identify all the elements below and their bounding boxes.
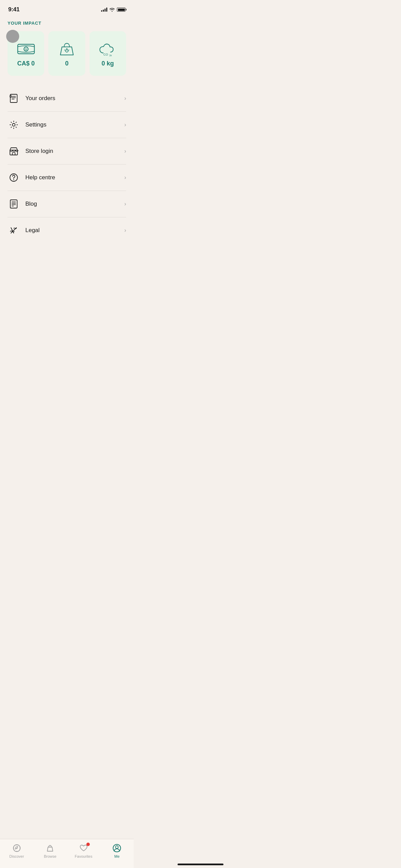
svg-rect-9 — [10, 95, 11, 97]
co2-value: 0 kg — [101, 60, 114, 67]
svg-rect-12 — [12, 153, 15, 155]
avatar — [6, 30, 19, 43]
svg-text:CO: CO — [104, 52, 108, 56]
orders-label: Your orders — [25, 95, 124, 102]
menu-item-blog[interactable]: Blog › — [8, 191, 126, 217]
menu-item-store[interactable]: Store login › — [8, 138, 126, 165]
settings-chevron: › — [124, 122, 126, 128]
orders-icon — [8, 92, 20, 105]
menu-list: Your orders › Settings › — [8, 85, 126, 243]
menu-item-settings[interactable]: Settings › — [8, 112, 126, 138]
status-bar: 9:41 — [0, 0, 134, 17]
status-icons — [101, 8, 125, 12]
signal-icon — [101, 8, 107, 12]
cash-value: CA$ 0 — [17, 60, 35, 67]
svg-point-14 — [13, 179, 14, 180]
blog-icon — [8, 198, 20, 210]
menu-item-orders[interactable]: Your orders › — [8, 85, 126, 112]
legal-icon — [8, 224, 20, 237]
help-icon — [8, 171, 20, 184]
store-label: Store login — [25, 148, 124, 155]
menu-item-help[interactable]: Help centre › — [8, 165, 126, 191]
cash-icon: $ — [17, 41, 35, 57]
legal-chevron: › — [124, 227, 126, 233]
svg-point-10 — [12, 123, 15, 126]
settings-icon — [8, 119, 20, 131]
orders-chevron: › — [124, 95, 126, 101]
bag-icon — [58, 41, 76, 57]
store-icon — [8, 145, 20, 157]
svg-text:$: $ — [25, 48, 27, 51]
section-title: YOUR IMPACT — [8, 21, 126, 26]
settings-label: Settings — [25, 121, 124, 128]
store-chevron: › — [124, 148, 126, 154]
menu-item-legal[interactable]: Legal › — [8, 217, 126, 243]
impact-cards: $ CA$ 0 0 CO 2e — [8, 31, 126, 76]
help-label: Help centre — [25, 174, 124, 181]
svg-text:2e: 2e — [109, 54, 112, 57]
impact-card-bag: 0 — [48, 31, 85, 76]
help-chevron: › — [124, 174, 126, 181]
blog-chevron: › — [124, 201, 126, 207]
co2-icon: CO 2e — [99, 41, 117, 57]
status-time: 9:41 — [8, 6, 20, 13]
bag-value: 0 — [65, 60, 69, 67]
impact-card-co2: CO 2e 0 kg — [89, 31, 126, 76]
blog-label: Blog — [25, 201, 124, 207]
battery-icon — [117, 8, 125, 12]
legal-label: Legal — [25, 227, 124, 234]
svg-rect-15 — [10, 200, 17, 208]
wifi-icon — [109, 8, 115, 12]
main-content: YOUR IMPACT $ CA$ 0 — [0, 17, 134, 243]
